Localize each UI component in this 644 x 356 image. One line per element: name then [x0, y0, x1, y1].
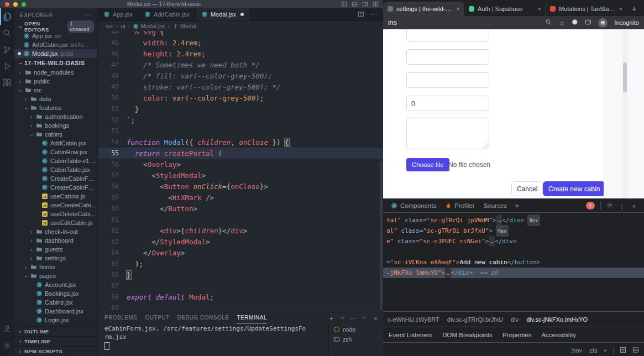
editor-tab-addcabin.jsx[interactable]: AddCabin.jsx — [139, 8, 196, 20]
devtools-gear-icon[interactable] — [606, 201, 613, 211]
panel-tab-output[interactable]: OUTPUT — [145, 312, 170, 323]
choose-file-button[interactable]: Choose file — [406, 158, 449, 171]
tree-item[interactable]: Account.jsx — [14, 280, 97, 289]
code-line[interactable]: 66} — [98, 269, 383, 280]
dom-tree-row[interactable] — [383, 247, 644, 257]
toolbar-star-icon[interactable]: ☆ — [558, 18, 565, 28]
panel-tab-debug-console[interactable]: DEBUG CONSOLE — [177, 312, 229, 323]
editor-more-actions-icon[interactable]: ⋯ — [370, 11, 378, 18]
form-textarea[interactable] — [406, 118, 489, 149]
terminal-process-item[interactable]: zsh — [329, 334, 383, 344]
tab-close-icon[interactable]: × — [619, 6, 622, 12]
devtools-sidebar-tab-event-listeners[interactable]: Event Listeners — [389, 332, 432, 338]
explorer-more-actions-icon[interactable]: ⋯ — [84, 11, 92, 19]
split-editor-icon[interactable] — [358, 11, 364, 18]
code-line[interactable]: 45 width: 2.4rem; — [98, 37, 383, 48]
tree-item[interactable]: JSuseDeleteCabin.js — [14, 210, 97, 218]
open-editor-item[interactable]: AddCabin.jsxsrc/fe... — [14, 40, 97, 49]
open-editor-item[interactable]: App.jsxsrc — [14, 32, 97, 40]
tree-item[interactable]: ›settings — [14, 254, 97, 263]
devtools-sidebar-tab-properties[interactable]: Properties — [502, 332, 531, 338]
code-line[interactable]: 49 stroke: var(--color-grey-500); */ — [98, 81, 383, 92]
class-toggle[interactable]: .cls — [588, 347, 598, 354]
form-input-1[interactable] — [406, 29, 489, 41]
breadcrumb-item[interactable]: src — [106, 23, 113, 29]
address-bar-fragment[interactable]: ins — [388, 19, 397, 27]
dom-tree-row[interactable]: tal" class="sc-gTRrQi jpVWdM">…</div>fle… — [383, 215, 644, 226]
page-scrollbar-thumb[interactable] — [623, 62, 627, 92]
code-line[interactable]: 48 /* fill: var(--color-grey-500); — [98, 70, 383, 81]
tree-item[interactable]: ›guests — [14, 245, 97, 254]
titlebar-layout-grid-icon[interactable] — [373, 0, 379, 9]
code-line[interactable]: 54function Modal({ children, onClose }) … — [98, 137, 383, 148]
code-line[interactable]: 51 } — [98, 103, 383, 114]
devtools-tab-sources[interactable]: Sources — [479, 198, 511, 212]
tree-item[interactable]: Cabins.jsx — [14, 298, 97, 307]
tree-item[interactable]: CreateCabinFor... — [14, 174, 97, 183]
tree-item[interactable]: ›authentication — [14, 112, 97, 121]
code-line[interactable]: 59 <HiXMark /> — [98, 192, 383, 203]
devtools-sidebar-tab-dom-breakpoints[interactable]: DOM Breakpoints — [442, 332, 493, 338]
flex-badge[interactable]: flex — [527, 214, 540, 226]
code-line[interactable]: 44 & svg { — [98, 31, 383, 37]
toolbar-sidepanel-icon[interactable] — [585, 18, 591, 28]
activity-ext-button[interactable] — [0, 75, 14, 91]
code-line[interactable]: 46 height: 2.4rem; — [98, 48, 383, 59]
terminal-output[interactable]: eCabinForm.jsx, /src/features/settings/U… — [98, 323, 328, 356]
code-line[interactable]: 52`; — [98, 114, 383, 125]
error-count-badge[interactable]: 1 — [586, 202, 595, 210]
more-tabs-button[interactable]: » — [511, 202, 523, 210]
toolbar-search-icon[interactable] — [545, 18, 552, 28]
code-line[interactable]: 47 /* Sometimes we need both */ — [98, 59, 383, 70]
code-line[interactable]: 56 <Overlay> — [98, 159, 383, 170]
form-input-4[interactable] — [406, 96, 489, 111]
panel-chev-down-icon[interactable] — [339, 313, 345, 323]
tree-item[interactable]: ›public — [14, 77, 97, 86]
panel-tab-terminal[interactable]: TERMINAL — [237, 312, 267, 323]
activity-files-button[interactable] — [0, 8, 14, 25]
panel-close-icon[interactable]: × — [373, 313, 379, 323]
tree-item[interactable]: ›check-in-out — [14, 227, 97, 236]
browser-tab[interactable]: Mutations | TanStack...× — [546, 2, 627, 16]
breadcrumb-item[interactable]: Modal.jsx — [133, 23, 165, 29]
tree-item[interactable]: CabinRow.jsx — [14, 148, 97, 156]
code-line[interactable]: 55 return createPortal ( — [98, 148, 383, 159]
form-input-2[interactable] — [406, 49, 489, 65]
dom-tree-row[interactable]: al" class="sc-gTRrQi brJfxU">flex — [383, 226, 644, 236]
elements-breadcrumb-item[interactable]: c-eWhHU.cWyBRT — [388, 316, 439, 323]
sidebar-section-timeline[interactable]: ›TIMELINE — [14, 336, 97, 346]
devtools-tab-profiler[interactable]: Profiler — [441, 198, 479, 212]
cancel-button[interactable]: Cancel — [511, 181, 543, 196]
flex-badge[interactable]: flex — [496, 225, 509, 237]
code-line[interactable]: 69 — [98, 302, 383, 312]
project-root-header[interactable]: › 17-THE-WILD-OASIS — [14, 58, 97, 68]
tree-item[interactable]: CabinTable.jsx — [14, 165, 97, 174]
tree-item[interactable]: ›features — [14, 103, 97, 112]
code-line[interactable]: 57 <StyledModal> — [98, 170, 383, 181]
sidebar-section-npm-scripts[interactable]: ›NPM SCRIPTS — [14, 346, 97, 356]
code-line[interactable]: 64 </Overlay> — [98, 247, 383, 258]
form-input-3[interactable] — [406, 72, 489, 88]
code-line[interactable]: 63 </StyledModal> — [98, 236, 383, 247]
tree-item[interactable]: ›node_modules — [14, 68, 97, 77]
tree-item[interactable]: CreateCabinFor... — [14, 183, 97, 192]
panel-plus-icon[interactable]: + — [328, 313, 334, 323]
tree-item[interactable]: ›bookings — [14, 121, 97, 130]
terminal-process-item[interactable]: node — [329, 324, 383, 334]
sidebar-section-outline[interactable]: ›OUTLINE — [14, 326, 97, 336]
tree-item[interactable]: Bookings.jsx — [14, 289, 97, 298]
breadcrumb-item[interactable]: ƒModal — [172, 23, 196, 29]
titlebar-layout-left-icon[interactable] — [341, 0, 347, 9]
dom-tree-row[interactable]: ="sc-iVCKna eXAaqF">Add new cabin</butto… — [383, 257, 644, 268]
devtools-kebab-icon[interactable]: ⋮ — [619, 201, 625, 211]
open-editors-header[interactable]: › OPEN EDITORS 1 unsaved — [14, 22, 97, 32]
titlebar-layout-right-icon[interactable] — [362, 0, 368, 9]
code-line[interactable]: 61 — [98, 214, 383, 225]
panel-tab-problems[interactable]: PROBLEMS — [104, 312, 138, 323]
dom-tree-row[interactable]: e" class="sc-cJPUEC ciNGoi">…</div> — [383, 236, 644, 247]
code-line[interactable]: 50 color: var(--color-grey-500); — [98, 92, 383, 103]
devtools-tab-components[interactable]: Components — [386, 198, 441, 212]
tree-item[interactable]: JSuseEditCabin.js — [14, 218, 97, 227]
elements-breadcrumb-item[interactable]: div — [511, 316, 519, 323]
code-editor[interactable]: 44 & svg {45 width: 2.4rem;46 height: 2.… — [98, 31, 383, 312]
